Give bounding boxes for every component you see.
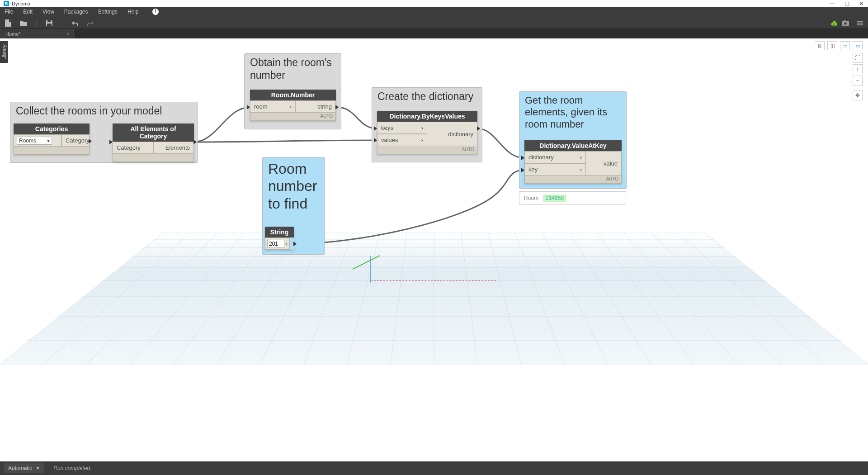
svg-line-21 xyxy=(488,233,521,364)
fit-view-icon[interactable]: ⛶ xyxy=(853,53,863,63)
port-out-label: value xyxy=(604,160,618,167)
output-chevron-icon: › xyxy=(286,240,288,247)
graph-view-icon[interactable]: ▭ xyxy=(840,41,850,50)
svg-line-41 xyxy=(353,256,380,269)
lacing-icon[interactable]: › xyxy=(421,124,423,131)
node-footer: AUTO xyxy=(524,176,622,184)
svg-rect-7 xyxy=(857,24,863,25)
svg-rect-6 xyxy=(857,23,863,24)
app-title: Dynamo xyxy=(12,1,30,6)
node-header: String xyxy=(265,227,294,238)
close-button[interactable]: ✕ xyxy=(858,0,864,7)
run-mode-dropdown[interactable]: Automatic ▼ xyxy=(4,463,44,473)
toolbar xyxy=(0,17,868,28)
port-in-label: Category xyxy=(117,144,141,151)
port-out-label: Category xyxy=(66,137,90,144)
new-file-icon[interactable] xyxy=(5,19,12,27)
statusbar: Automatic ▼ Run completed. xyxy=(0,461,868,475)
group-title: Obtain the room's number xyxy=(250,57,335,81)
menu-help[interactable]: Help xyxy=(127,9,139,15)
group-title: Room number to find xyxy=(268,160,319,212)
zoom-out-icon[interactable]: − xyxy=(853,76,863,86)
node-header: Dictionary.ValueAtKey xyxy=(524,140,622,151)
maximize-button[interactable]: ▢ xyxy=(844,0,850,7)
hamburger-icon[interactable] xyxy=(856,19,863,27)
node-header: Dictionary.ByKeysValues xyxy=(377,111,477,122)
port-out-label: Elements xyxy=(165,144,190,151)
group-title: Create the dictionary xyxy=(377,90,476,103)
node-dictionary-bykeysvalues[interactable]: Dictionary.ByKeysValues keys › values › … xyxy=(377,111,477,154)
menu-edit[interactable]: Edit xyxy=(23,9,33,15)
menu-packages[interactable]: Packages xyxy=(64,9,88,15)
undo-icon[interactable] xyxy=(71,19,79,27)
library-panel-tab[interactable]: Library xyxy=(0,41,8,63)
save-icon[interactable] xyxy=(46,19,53,27)
svg-line-27 xyxy=(651,233,781,364)
chevron-down-icon: ▾ xyxy=(47,138,50,144)
menu-view[interactable]: View xyxy=(42,9,54,15)
categories-dropdown[interactable]: Rooms ▾ xyxy=(17,137,52,145)
lacing-icon[interactable]: › xyxy=(421,137,423,143)
node-footer: AUTO xyxy=(377,146,477,154)
zoom-tools: ⛶ + − ✥ xyxy=(853,53,863,102)
lacing-icon[interactable]: › xyxy=(580,166,582,173)
svg-line-18 xyxy=(391,233,407,364)
run-mode-label: Automatic xyxy=(8,465,32,471)
cloud-download-icon[interactable] xyxy=(830,19,837,27)
svg-rect-1 xyxy=(47,24,52,26)
node-room-number[interactable]: Room.Number room › string AUTO xyxy=(250,90,336,121)
pan-icon[interactable]: ✥ xyxy=(853,90,863,100)
menu-file[interactable]: File xyxy=(5,9,13,15)
info-icon[interactable]: ! xyxy=(152,9,159,15)
port-out-label: string xyxy=(317,103,332,110)
status-text: Run completed. xyxy=(53,465,91,471)
window-controls: — ▢ ✕ xyxy=(829,0,864,7)
titlebar: R Dynamo — ▢ ✕ xyxy=(0,0,868,7)
workspace[interactable]: Library Collect the rooms in your model xyxy=(0,38,868,466)
node-all-elements-of-category[interactable]: All Elements of Category Category Elemen… xyxy=(113,124,194,162)
node-preview-output[interactable]: Room 214958 xyxy=(519,191,626,205)
close-tab-icon[interactable]: ✕ xyxy=(66,31,70,36)
port-in-key: key xyxy=(528,166,538,173)
lacing-icon[interactable]: › xyxy=(290,103,292,110)
port-out-label: dictionary xyxy=(448,131,473,138)
svg-line-17 xyxy=(347,233,380,364)
tab-label: Home* xyxy=(5,31,21,37)
port-in-keys: keys xyxy=(381,124,393,131)
chevron-down-icon: ▼ xyxy=(36,466,40,470)
svg-marker-8 xyxy=(0,233,868,364)
svg-line-20 xyxy=(461,233,477,364)
preview-label: Room xyxy=(524,195,538,201)
lacing-icon[interactable]: › xyxy=(580,154,582,161)
svg-line-24 xyxy=(570,233,651,364)
svg-point-3 xyxy=(844,22,846,24)
port-in-label: room xyxy=(254,103,268,110)
svg-line-13 xyxy=(174,233,271,364)
svg-line-25 xyxy=(597,233,694,364)
node-string[interactable]: String › xyxy=(265,227,294,250)
geometry-view-icon[interactable]: ◫ xyxy=(827,41,837,50)
svg-line-29 xyxy=(705,233,868,364)
svg-line-26 xyxy=(624,233,738,364)
open-file-icon[interactable] xyxy=(20,19,27,27)
menu-settings[interactable]: Settings xyxy=(98,9,118,15)
app-logo: R xyxy=(4,1,9,6)
tab-home[interactable]: Home* ✕ xyxy=(0,29,75,38)
3d-view-icon[interactable]: ▭ xyxy=(853,41,863,50)
node-footer: AUTO xyxy=(250,113,336,121)
node-header: Room.Number xyxy=(250,90,336,100)
node-view-icon[interactable]: ⊞ xyxy=(815,41,825,50)
camera-icon[interactable] xyxy=(842,19,849,27)
svg-line-10 xyxy=(43,233,190,364)
node-categories[interactable]: Categories Rooms ▾ Category xyxy=(14,124,90,155)
zoom-in-icon[interactable]: + xyxy=(853,64,863,74)
svg-line-9 xyxy=(0,233,163,364)
string-input[interactable] xyxy=(267,240,284,248)
tabbar: Home* ✕ xyxy=(0,28,868,38)
node-dictionary-valueatkey[interactable]: Dictionary.ValueAtKey dictionary › key ›… xyxy=(524,140,622,184)
minimize-button[interactable]: — xyxy=(829,0,835,7)
svg-line-23 xyxy=(542,233,608,364)
view-tools: ⊞ ◫ ▭ ▭ xyxy=(815,41,863,50)
svg-line-11 xyxy=(87,233,217,364)
redo-icon[interactable] xyxy=(87,19,94,27)
